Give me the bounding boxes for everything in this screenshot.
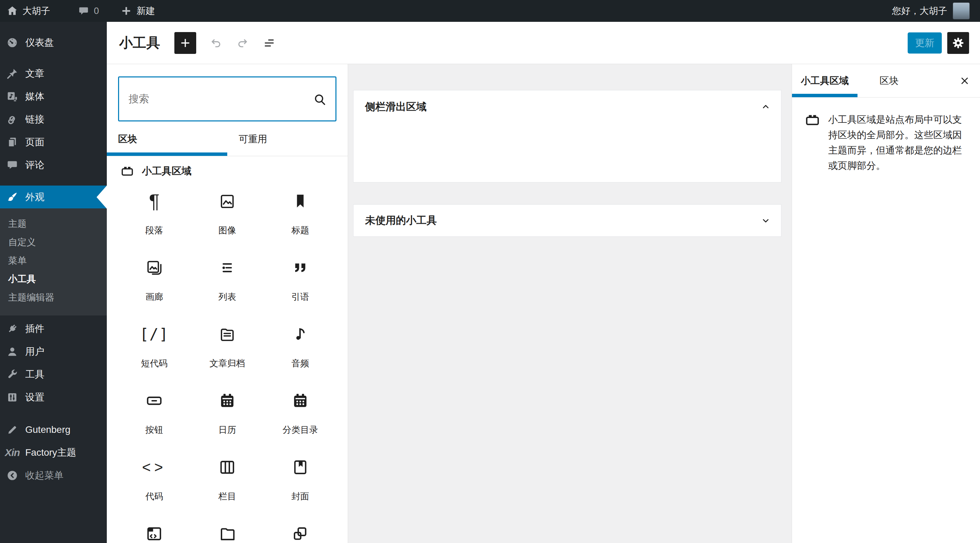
block-archives[interactable]: 文章归档 [191,318,264,384]
widget-area-title: 侧栏滑出区域 [365,100,426,114]
button-icon [144,389,164,413]
widget-area-icon [804,112,821,173]
update-button[interactable]: 更新 [908,32,942,54]
settings-toggle-button[interactable] [947,32,969,54]
widget-area-icon [120,164,134,178]
tab-reusable[interactable]: 可重用 [227,122,348,156]
block-quote[interactable]: 引语 [264,251,337,318]
sidebar-item-media[interactable]: 媒体 [0,85,107,108]
editor-header: 小工具 更新 [107,22,980,64]
redo-icon [235,35,250,51]
admin-bar-account[interactable]: 您好，大胡子 [886,0,980,22]
sidebar-item-dashboard[interactable]: 仪表盘 [0,31,107,54]
block-cover[interactable]: 封面 [264,451,337,518]
folder-icon [217,521,237,543]
search-input[interactable] [118,76,336,121]
list-view-button[interactable] [258,32,280,54]
columns-icon [217,455,237,479]
sidebar-item-label: 设置 [25,391,45,404]
search-box [118,76,336,121]
tab-widget-areas[interactable]: 小工具区域 [792,64,858,97]
sidebar-item-label: 工具 [25,368,45,381]
code-icon: <> [142,455,166,479]
comments-count: 0 [94,6,99,16]
widget-area-header[interactable]: 侧栏滑出区域 [353,90,781,123]
block-gallery[interactable]: 画廊 [118,251,191,318]
admin-bar-site-menu[interactable]: 大胡子 [0,0,56,22]
cover-icon [290,455,310,479]
sidebar-item-pages[interactable]: 页面 [0,131,107,154]
block-file[interactable] [191,518,264,543]
comment-icon [77,4,91,18]
submenu-item-customize[interactable]: 自定义 [0,233,107,251]
avatar [953,2,970,19]
block-code[interactable]: <> 代码 [118,451,191,518]
block-audio[interactable]: 音频 [264,318,337,384]
sidebar-item-label: 评论 [25,159,45,171]
sidebar-item-appearance[interactable]: 外观 [0,186,107,208]
appearance-submenu: 主题 自定义 菜单 小工具 主题编辑器 [0,208,107,316]
sidebar-item-label: 页面 [25,136,45,149]
block-embed[interactable] [264,518,337,543]
sidebar-item-plugins[interactable]: 插件 [0,317,107,340]
sidebar-item-label: 文章 [25,67,45,80]
submenu-item-themes[interactable]: 主题 [0,214,107,233]
redo-button[interactable] [232,32,253,54]
pages-icon [5,135,19,149]
submenu-item-widgets[interactable]: 小工具 [0,270,107,288]
close-sidebar-button[interactable] [949,64,980,97]
plugin-icon [5,322,19,336]
block-shortcode[interactable]: [/] 短代码 [118,318,191,384]
admin-bar-new[interactable]: 新建 [114,0,161,22]
sidebar-item-label: 外观 [25,191,45,204]
categories-icon [290,389,310,413]
block-button[interactable]: 按钮 [118,384,191,451]
block-columns[interactable]: 栏目 [191,451,264,518]
sidebar-item-comments[interactable]: 评论 [0,154,107,176]
submenu-item-menus[interactable]: 菜单 [0,251,107,270]
appearance-brush-icon [5,191,19,204]
media-icon [5,90,19,103]
paragraph-icon: ¶ [149,189,159,214]
widget-area-body[interactable] [353,123,781,183]
sidebar-item-tools[interactable]: 工具 [0,363,107,386]
pin-icon [5,67,19,81]
block-categories[interactable]: 分类目录 [264,384,337,451]
admin-bar-comments[interactable]: 0 [71,0,104,22]
undo-button[interactable] [205,32,227,54]
chevron-down-icon[interactable] [760,216,771,226]
sidebar-item-settings[interactable]: 设置 [0,386,107,409]
heading-bookmark-icon [290,189,310,214]
sidebar-item-xin-factory-theme[interactable]: Xin Factory主题 [0,441,107,464]
sidebar-item-posts[interactable]: 文章 [0,62,107,85]
shortcode-icon: [/] [140,322,169,346]
sidebar-item-gutenberg[interactable]: Gutenberg [0,418,107,441]
comments-icon [5,158,19,172]
block-paragraph[interactable]: ¶ 段落 [118,185,191,251]
tab-block[interactable]: 区块 [858,64,921,97]
close-icon [959,75,970,86]
submenu-item-theme-editor[interactable]: 主题编辑器 [0,288,107,306]
wordpress-widgets-screen: 大胡子 0 新建 您好，大胡子 仪表盘 [0,0,980,543]
chevron-up-icon[interactable] [760,102,771,112]
sidebar-item-collapse-menu[interactable]: 收起菜单 [0,464,107,487]
block-inserter-panel: 区块 可重用 小工具区域 ¶ 段落 图像 [107,64,348,543]
section-title: 小工具区域 [142,164,191,178]
block-list[interactable]: 列表 [191,251,264,318]
xin-logo: Xin [5,446,19,459]
quote-icon [290,256,310,280]
add-block-button[interactable] [174,32,196,54]
sidebar-item-users[interactable]: 用户 [0,340,107,363]
block-calendar[interactable]: 日历 [191,384,264,451]
archives-icon [217,322,237,346]
block-custom-html[interactable] [118,518,191,543]
custom-html-icon [144,521,164,543]
tab-blocks[interactable]: 区块 [107,122,227,156]
settings-sidebar: 小工具区域 区块 小工具区域是站点布局中可以支持区块的全局部分。这些区域因主题而… [792,64,980,543]
greeting: 您好，大胡子 [892,5,947,17]
block-image[interactable]: 图像 [191,185,264,251]
sidebar-item-links[interactable]: 链接 [0,108,107,131]
block-heading[interactable]: 标题 [264,185,337,251]
widget-area-header[interactable]: 未使用的小工具 [353,205,781,237]
widget-areas-section-header: 小工具区域 [107,163,348,179]
